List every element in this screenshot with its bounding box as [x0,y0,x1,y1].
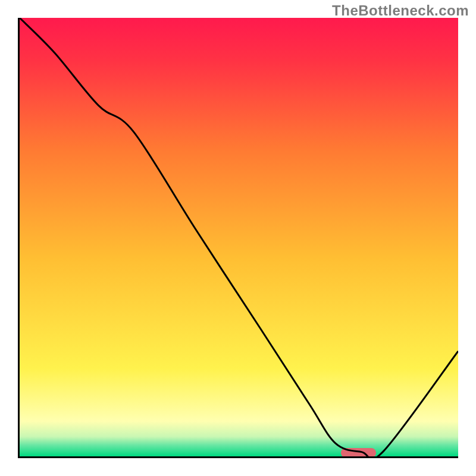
plot-area [18,18,458,458]
chart-container: TheBottleneck.com [0,0,476,476]
curve-layer [20,18,458,456]
bottleneck-curve-path [20,18,458,456]
watermark-text: TheBottleneck.com [332,2,469,19]
